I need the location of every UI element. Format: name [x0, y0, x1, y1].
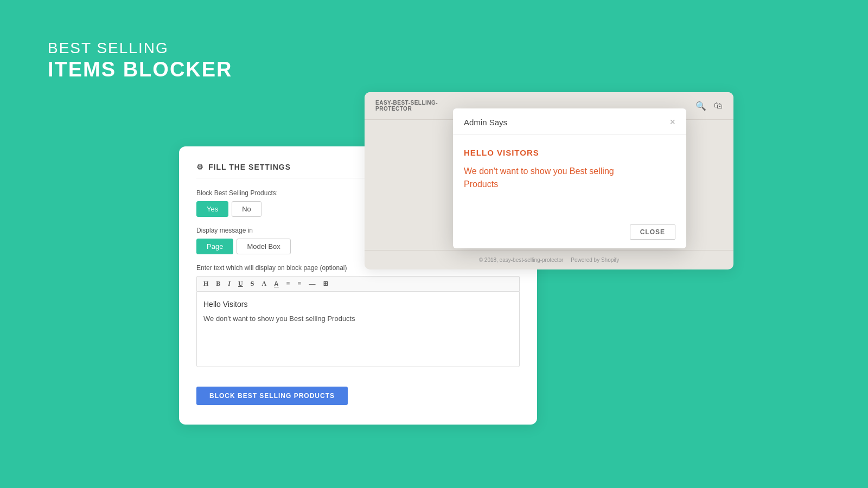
modal-greeting: HELLO VISITORS [464, 148, 675, 157]
modal-dialog: Admin Says × HELLO VISITORS We don't wan… [453, 108, 686, 248]
toolbar-h[interactable]: H [200, 279, 212, 289]
modal-title: Admin Says [464, 118, 507, 127]
cart-icon[interactable]: 🛍 [714, 101, 723, 111]
footer-copyright: © 2018, easy-best-selling-protector [479, 257, 564, 263]
editor-line2: We don't want to show you Best selling P… [203, 313, 513, 325]
page-header-line1: BEST SELLING [48, 39, 233, 57]
toolbar-ol[interactable]: ≡ [283, 279, 293, 289]
toolbar-a[interactable]: A [258, 279, 270, 289]
modal-body: HELLO VISITORS We don't want to show you… [453, 135, 686, 218]
page-button[interactable]: Page [196, 239, 233, 254]
toolbar-s[interactable]: S [247, 279, 258, 289]
no-button[interactable]: No [232, 201, 261, 217]
storefront-icons: 🔍 🛍 [695, 101, 723, 111]
text-area-group: Enter text which will display on block p… [196, 264, 520, 367]
toolbar-i[interactable]: I [225, 279, 234, 289]
footer-powered: Powered by Shopify [571, 257, 619, 263]
modal-close-button[interactable]: CLOSE [630, 224, 675, 240]
modal-footer: CLOSE [453, 218, 686, 248]
editor-line1: Hello Visitors [203, 298, 513, 310]
submit-button[interactable]: BLOCK BEST SELLING PRODUCTS [196, 387, 348, 405]
toolbar-table[interactable]: ⊞ [320, 279, 331, 289]
toolbar-ul[interactable]: ≡ [295, 279, 305, 289]
toolbar-hr[interactable]: — [305, 279, 318, 289]
page-header: BEST SELLING ITEMS BLOCKER [48, 39, 233, 82]
storefront-logo: EASY-BEST-SELLING-PROTECTOR [375, 100, 438, 112]
model-box-button[interactable]: Model Box [237, 239, 290, 254]
storefront-footer: © 2018, easy-best-selling-protector Powe… [365, 250, 733, 269]
editor-toolbar: H B I U S A A ≡ ≡ — ⊞ [196, 276, 520, 291]
editor-area[interactable]: Hello Visitors We don't want to show you… [196, 291, 520, 367]
toolbar-b[interactable]: B [213, 279, 224, 289]
modal-header: Admin Says × [453, 108, 686, 135]
toolbar-u[interactable]: U [235, 279, 246, 289]
search-icon[interactable]: 🔍 [695, 101, 706, 111]
page-header-line2: ITEMS BLOCKER [48, 57, 233, 82]
modal-message: We don't want to show you Best sellingPr… [464, 165, 675, 191]
yes-button[interactable]: Yes [196, 201, 228, 217]
gear-icon: ⚙ [196, 163, 204, 171]
toolbar-a2[interactable]: A [271, 279, 282, 289]
modal-close-x-button[interactable]: × [669, 117, 675, 127]
